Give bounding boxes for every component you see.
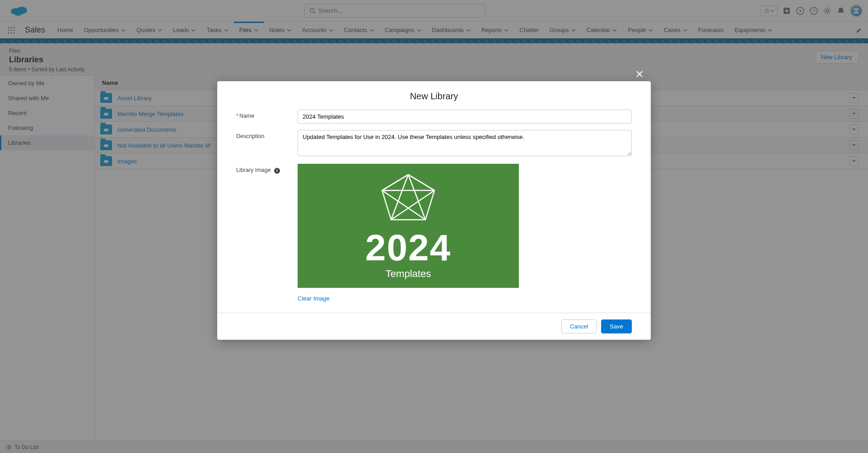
name-label: *Name [236, 110, 298, 119]
cancel-button[interactable]: Cancel [561, 319, 597, 333]
image-sub-text: Templates [386, 268, 431, 280]
description-textarea[interactable] [298, 130, 632, 156]
info-icon[interactable]: i [274, 168, 280, 174]
clear-image-link[interactable]: Clear Image [298, 295, 330, 302]
image-main-text: 2024 [365, 229, 451, 266]
svg-marker-38 [382, 175, 434, 220]
name-input[interactable] [298, 110, 632, 124]
modal-title: New Library [217, 81, 651, 110]
modal-close-button[interactable] [633, 68, 646, 80]
save-button[interactable]: Save [601, 319, 632, 333]
new-library-modal: New Library *Name Description Libra [217, 81, 651, 340]
dice-icon [377, 172, 440, 226]
library-image-preview: 2024 Templates [298, 164, 519, 288]
description-label: Description [236, 130, 298, 139]
library-image-label: Library Image i [236, 164, 298, 174]
modal-overlay: New Library *Name Description Libra [0, 0, 868, 453]
